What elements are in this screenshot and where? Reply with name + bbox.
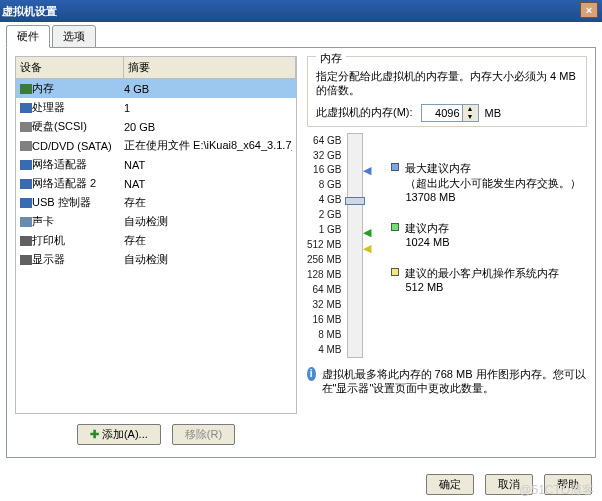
device-icon <box>20 255 32 265</box>
table-row[interactable]: USB 控制器存在 <box>16 193 296 212</box>
marker-max-icon: ◀ <box>363 165 371 176</box>
device-icon <box>20 160 32 170</box>
hardware-list: 设备 摘要 内存4 GB 处理器1 硬盘(SCSI)20 GB CD/DVD (… <box>15 56 297 449</box>
device-icon <box>20 236 32 246</box>
col-summary: 摘要 <box>124 57 296 78</box>
memory-slider-thumb[interactable] <box>345 197 365 205</box>
tick-label: 64 GB <box>307 135 341 146</box>
legend-max-square-icon <box>391 163 399 171</box>
tick-label: 256 MB <box>307 254 341 265</box>
tick-label: 1 GB <box>307 224 341 235</box>
info-icon: i <box>307 367 316 381</box>
remove-button: 移除(R) <box>172 424 235 445</box>
device-icon <box>20 84 32 94</box>
device-icon <box>20 141 32 151</box>
legend-max-val: 13708 MB <box>405 191 581 203</box>
device-icon <box>20 217 32 227</box>
memory-unit: MB <box>485 107 502 119</box>
legend-rec-val: 1024 MB <box>405 236 449 248</box>
window-title: 虚拟机设置 <box>2 5 57 17</box>
hardware-list-body[interactable]: 内存4 GB 处理器1 硬盘(SCSI)20 GB CD/DVD (SATA)正… <box>15 79 297 414</box>
tick-label: 16 GB <box>307 164 341 175</box>
legend-rec-label: 建议内存 <box>405 221 449 236</box>
memory-slider[interactable] <box>347 133 363 358</box>
legend-max-note: （超出此大小可能发生内存交换。） <box>405 176 581 191</box>
marker-min-icon: ◀ <box>363 243 371 254</box>
legend-min-val: 512 MB <box>405 281 559 293</box>
device-icon <box>20 103 32 113</box>
memory-label: 此虚拟机的内存(M): <box>316 105 413 120</box>
legend-max-label: 最大建议内存 <box>405 161 581 176</box>
device-icon <box>20 198 32 208</box>
table-row[interactable]: 内存4 GB <box>16 79 296 98</box>
tick-label: 8 MB <box>307 329 341 340</box>
memory-desc: 指定分配给此虚拟机的内存量。内存大小必须为 4 MB 的倍数。 <box>316 69 578 98</box>
memory-markers: ◀ ◀ ◀ <box>363 133 383 355</box>
tick-label: 4 MB <box>307 344 341 355</box>
tick-label: 8 GB <box>307 179 341 190</box>
memory-section-title: 内存 <box>316 51 346 66</box>
table-row[interactable]: 硬盘(SCSI)20 GB <box>16 117 296 136</box>
tick-label: 4 GB <box>307 194 341 205</box>
tab-hardware[interactable]: 硬件 <box>6 25 50 48</box>
table-row[interactable]: 显示器自动检测 <box>16 250 296 269</box>
tabs: 硬件 选项 <box>6 26 596 48</box>
legend-rec-square-icon <box>391 223 399 231</box>
tick-label: 32 MB <box>307 299 341 310</box>
spinner-up-icon[interactable]: ▲ <box>463 105 478 113</box>
tick-label: 128 MB <box>307 269 341 280</box>
table-row[interactable]: 声卡自动检测 <box>16 212 296 231</box>
col-device: 设备 <box>16 57 124 78</box>
memory-hint: i 虚拟机最多将此内存的 768 MB 用作图形内存。您可以在"显示器"设置页面… <box>307 367 587 396</box>
spinner-down-icon[interactable]: ▼ <box>463 113 478 121</box>
window-titlebar: 虚拟机设置 × <box>0 0 602 22</box>
tick-label: 16 MB <box>307 314 341 325</box>
legend-min-square-icon <box>391 268 399 276</box>
legend-min-label: 建议的最小客户机操作系统内存 <box>405 266 559 281</box>
table-row[interactable]: CD/DVD (SATA)正在使用文件 E:\iKuai8_x64_3.1.7_… <box>16 136 296 155</box>
tick-label: 512 MB <box>307 239 341 250</box>
memory-input[interactable] <box>422 107 462 119</box>
tab-options[interactable]: 选项 <box>52 25 96 48</box>
tick-label: 64 MB <box>307 284 341 295</box>
memory-panel: 内存 指定分配给此虚拟机的内存量。内存大小必须为 4 MB 的倍数。 此虚拟机的… <box>307 56 587 449</box>
content-area: 设备 摘要 内存4 GB 处理器1 硬盘(SCSI)20 GB CD/DVD (… <box>6 48 596 458</box>
marker-rec-icon: ◀ <box>363 227 371 238</box>
add-button[interactable]: ✚ 添加(A)... <box>77 424 161 445</box>
memory-ticks: 64 GB 32 GB 16 GB 8 GB 4 GB 2 GB 1 GB 51… <box>307 133 347 355</box>
device-icon <box>20 122 32 132</box>
memory-spinner[interactable]: ▲▼ <box>421 104 479 122</box>
table-row[interactable]: 网络适配器 2NAT <box>16 174 296 193</box>
ok-button[interactable]: 确定 <box>426 474 474 495</box>
watermark: @51CTO博客 <box>519 482 594 499</box>
device-icon <box>20 179 32 189</box>
table-row[interactable]: 网络适配器NAT <box>16 155 296 174</box>
table-row[interactable]: 打印机存在 <box>16 231 296 250</box>
table-row[interactable]: 处理器1 <box>16 98 296 117</box>
close-button[interactable]: × <box>580 2 598 18</box>
tick-label: 32 GB <box>307 150 341 161</box>
tick-label: 2 GB <box>307 209 341 220</box>
